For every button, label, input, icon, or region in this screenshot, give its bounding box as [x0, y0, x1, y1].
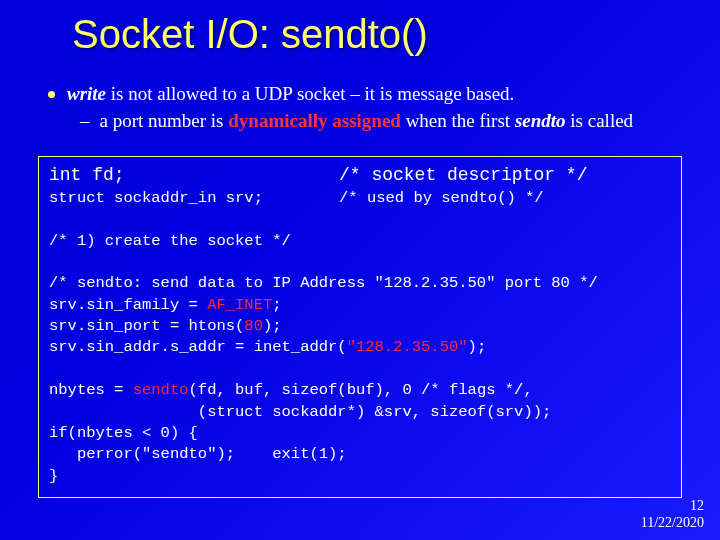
code-line: /* sendto: send data to IP Address "128.…: [49, 273, 671, 294]
code-box: int fd;/* socket descriptor */struct soc…: [38, 156, 682, 498]
code-line: }: [49, 466, 671, 487]
code-line: /* 1) create the socket */: [49, 231, 671, 252]
bullet-level1: write is not allowed to a UDP socket – i…: [48, 82, 680, 107]
sendto-keyword: sendto: [515, 110, 566, 131]
code-line: int fd;/* socket descriptor */: [49, 163, 671, 188]
code-line: [49, 359, 671, 380]
bullet-list: write is not allowed to a UDP socket – i…: [48, 82, 680, 133]
code-line: perror("sendto"); exit(1);: [49, 444, 671, 465]
slide-number: 12: [641, 498, 704, 515]
bullet-level2: – a port number is dynamically assigned …: [80, 109, 680, 134]
slide-title: Socket I/O: sendto(): [72, 12, 428, 57]
sub-bullet-text: a port number is dynamically assigned wh…: [100, 109, 681, 134]
footer: 12 11/22/2020: [641, 498, 704, 532]
code-line: [49, 209, 671, 230]
dash-icon: –: [80, 109, 90, 134]
bullet-text: write is not allowed to a UDP socket – i…: [67, 82, 680, 107]
code-line: [49, 252, 671, 273]
ip-literal: "128.2.35.50": [347, 338, 468, 356]
code-line: if(nbytes < 0) {: [49, 423, 671, 444]
code-line: (struct sockaddr*) &srv, sizeof(srv));: [49, 402, 671, 423]
code-line: srv.sin_port = htons(80);: [49, 316, 671, 337]
slide: Socket I/O: sendto() write is not allowe…: [0, 0, 720, 540]
bullet-dot-icon: [48, 91, 55, 98]
af-inet: AF_INET: [207, 296, 272, 314]
code-line: srv.sin_family = AF_INET;: [49, 295, 671, 316]
code-line: struct sockaddr_in srv;/* used by sendto…: [49, 188, 671, 209]
code-line: nbytes = sendto(fd, buf, sizeof(buf), 0 …: [49, 380, 671, 401]
write-keyword: write: [67, 83, 106, 104]
sendto-call: sendto: [133, 381, 189, 399]
port-80: 80: [244, 317, 263, 335]
slide-date: 11/22/2020: [641, 515, 704, 532]
code-line: srv.sin_addr.s_addr = inet_addr("128.2.3…: [49, 337, 671, 358]
dynamic-assigned: dynamically assigned: [228, 110, 401, 131]
